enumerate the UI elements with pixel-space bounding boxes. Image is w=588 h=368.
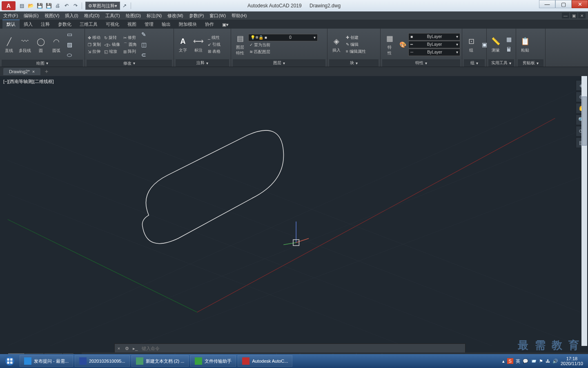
hatch-icon[interactable]: ▨ [65, 40, 74, 49]
tray-clock[interactable]: 17:18 2020/11/10 [561, 356, 583, 366]
leader-button[interactable]: ↙ 引线 [207, 41, 222, 48]
qat-save-icon[interactable]: 💾 [36, 2, 44, 10]
tab-collaborate[interactable]: 协作 [201, 20, 218, 29]
tray-ime-icon[interactable]: S [507, 358, 513, 364]
select-all-icon[interactable]: ▦ [504, 34, 514, 44]
panel-clipboard-title[interactable]: 剪贴板 ▾ [518, 59, 543, 67]
taskbar-item-autocad[interactable]: Autodesk AutoC... [238, 355, 292, 367]
taskbar-item-ie[interactable]: 发布提问 - 最需... [20, 355, 73, 367]
array-button[interactable]: ⊞ 阵列 [122, 48, 138, 55]
drawing-canvas[interactable]: [−][西南等轴测][二维线框] ◈ ⊚ ✋ 🔍 ⟳ ▤ [0, 76, 588, 346]
tab-insert[interactable]: 插入 [20, 20, 37, 29]
copy-button[interactable]: ❐ 复制 [87, 41, 102, 48]
tab-addins[interactable]: 附加模块 [175, 20, 201, 29]
file-tab-close-icon[interactable]: × [32, 69, 35, 74]
panel-modify-title[interactable]: 修改 ▾ [87, 60, 172, 67]
panel-block-title[interactable]: 块 ▾ [329, 59, 379, 67]
block-insert-button[interactable]: ◈插入 [329, 35, 344, 54]
paste-button[interactable]: 📋粘贴 [518, 35, 532, 54]
start-button[interactable] [2, 355, 18, 367]
vertical-scrollbar[interactable] [581, 76, 587, 346]
block-create-button[interactable]: ✚ 创建 [345, 34, 367, 41]
dimension-button[interactable]: ⟷标注 [191, 35, 206, 54]
panel-layer-title[interactable]: 图层 ▾ [233, 59, 325, 67]
menu-param[interactable]: 参数(P) [189, 13, 204, 19]
arc-button[interactable]: ◠圆弧 [49, 35, 64, 54]
tray-network-icon[interactable]: 🖧 [546, 359, 550, 364]
menu-insert[interactable]: 插入(I) [65, 13, 78, 19]
linetype-button[interactable]: ⎯ 线性 [207, 34, 222, 41]
minimize-button[interactable]: ― [539, 0, 555, 8]
layer-properties-button[interactable]: ▤图层 特性 [233, 32, 247, 57]
tray-flag-icon[interactable]: ⚑ [539, 359, 543, 364]
line-button[interactable]: ╱直线 [2, 35, 16, 54]
qat-redo-icon[interactable]: ↷ [71, 2, 80, 10]
tab-featured-apps[interactable]: ▣▾ [218, 21, 233, 29]
taskbar-item-wechat[interactable]: 文件传输助手 [190, 355, 236, 367]
menu-draw[interactable]: 绘图(D) [126, 13, 141, 19]
workspace-selector[interactable]: ⚙ 草图与注释 ▾ [85, 2, 120, 10]
move-button[interactable]: ✥ 移动 [87, 34, 102, 41]
menu-window[interactable]: 窗口(W) [209, 13, 226, 19]
polyline-button[interactable]: 〰多段线 [17, 35, 33, 54]
layer-set-current-button[interactable]: ✓ 置为当前 [248, 42, 325, 48]
file-tab-drawing2[interactable]: Drawing2*× [3, 68, 40, 75]
tray-ime-label[interactable]: 英 [516, 358, 520, 364]
quickcalc-icon[interactable]: 🖩 [504, 45, 514, 54]
tab-output[interactable]: 输出 [158, 20, 175, 29]
trim-button[interactable]: ✂ 修剪 [122, 34, 138, 41]
menu-edit[interactable]: 编辑(E) [24, 13, 39, 19]
panel-annotation-title[interactable]: 注释 ▾ [176, 59, 229, 67]
layer-selector[interactable]: 💡❄🔒 ■ 0▾ [248, 34, 318, 41]
block-edit-button[interactable]: ✎ 编辑 [345, 41, 367, 48]
scale-button[interactable]: ◱ 缩放 [103, 48, 121, 55]
tab-annotate[interactable]: 注释 [37, 20, 54, 29]
match-props-icon[interactable]: 🎨 [398, 40, 408, 49]
taskbar-item-notepad[interactable]: 新建文本文档 (2) ... [131, 355, 189, 367]
scrollbar-thumb[interactable] [582, 96, 587, 146]
menu-view[interactable]: 视图(V) [45, 13, 60, 19]
qat-open-icon[interactable]: 📂 [27, 2, 35, 10]
tab-default[interactable]: 默认 [2, 19, 20, 29]
rotate-button[interactable]: ↻ 旋转 [103, 34, 121, 41]
qat-print-icon[interactable]: 🖨 [53, 2, 62, 10]
qat-share-icon[interactable]: ↗ [120, 2, 129, 10]
taskbar-item-wps[interactable]: 2020102610095... [75, 355, 130, 367]
command-input[interactable] [139, 346, 465, 351]
panel-draw-title[interactable]: 绘图 ▾ [2, 60, 83, 67]
properties-button[interactable]: ▦特 性 [382, 32, 397, 57]
measure-button[interactable]: 📏测量 [488, 35, 503, 54]
tray-wechat-icon[interactable]: 💬 [523, 359, 528, 364]
menu-help[interactable]: 帮助(H) [232, 13, 247, 19]
tray-msg-icon[interactable]: 📨 [531, 359, 537, 364]
close-button[interactable]: ✕ [572, 0, 588, 8]
menu-file[interactable]: 文件(F) [3, 13, 18, 19]
fillet-button[interactable]: ⌒ 圆角 [122, 41, 138, 48]
tray-volume-icon[interactable]: 🔊 [552, 359, 558, 364]
tab-3d-tools[interactable]: 三维工具 [76, 20, 102, 29]
doc-minimize-button[interactable]: ― [562, 13, 569, 18]
panel-utilities-title[interactable]: 实用工具 ▾ [488, 59, 514, 67]
offset-icon[interactable]: ⊂ [139, 50, 149, 60]
lineweight-selector[interactable]: ━ ByLayer▾ [408, 41, 460, 48]
mirror-button[interactable]: ◁▷ 镜像 [103, 41, 121, 48]
circle-button[interactable]: ◯圆 [33, 35, 48, 54]
table-button[interactable]: ⊞ 表格 [207, 48, 222, 55]
text-button[interactable]: A文字 [176, 35, 190, 54]
qat-undo-icon[interactable]: ↶ [62, 2, 71, 10]
add-tab-button[interactable]: ＋ [44, 68, 49, 75]
rectangle-icon[interactable]: ▭ [65, 29, 74, 39]
doc-restore-button[interactable]: ▣ [570, 13, 577, 18]
qat-saveas-icon[interactable]: 💾 [45, 2, 53, 10]
linetype-selector[interactable]: ─ ByLayer▾ [408, 49, 460, 56]
cmdline-options-icon[interactable]: ⚙ [123, 344, 131, 353]
block-edit-attr-button[interactable]: ≡ 编辑属性 [345, 48, 367, 55]
stretch-button[interactable]: ⇲ 拉伸 [87, 48, 102, 55]
group-button[interactable]: ⊡组 [464, 35, 479, 54]
tab-parametric[interactable]: 参数化 [54, 20, 76, 29]
app-logo[interactable]: A [2, 1, 16, 10]
tab-manage[interactable]: 管理 [140, 20, 158, 29]
menu-tools[interactable]: 工具(T) [105, 13, 120, 19]
tray-show-hidden-icon[interactable]: ▴ [502, 359, 505, 364]
erase-icon[interactable]: ✎ [139, 29, 149, 39]
